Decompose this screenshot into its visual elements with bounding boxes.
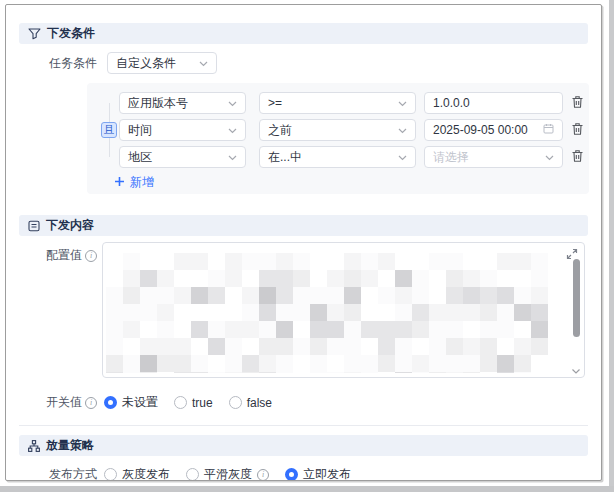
window-edge-bottom: [0, 486, 614, 492]
chevron-down-icon: [199, 56, 208, 70]
condition-value-select[interactable]: 请选择: [424, 146, 563, 168]
config-value-row: 配置值 i: [19, 242, 588, 378]
scroll-down-icon[interactable]: [572, 369, 580, 374]
document-icon: [28, 220, 40, 232]
config-form-card: 下发条件 任务条件 自定义条件 且 应用版本号 >= 1.0.0.0: [5, 4, 602, 481]
info-icon[interactable]: i: [257, 469, 269, 481]
publish-method-label: 发布方式: [19, 466, 97, 481]
radio-option-gray-release[interactable]: 灰度发布: [104, 466, 170, 481]
condition-datetime-text: 2025-09-05 00:00: [433, 123, 528, 137]
chevron-down-icon: [398, 150, 407, 164]
condition-operator-value: >=: [268, 96, 282, 110]
radio-option-true[interactable]: true: [174, 396, 213, 410]
section-title: 下发条件: [47, 25, 95, 42]
condition-operator-select[interactable]: 在...中: [259, 146, 416, 168]
conditions-panel: 且 应用版本号 >= 1.0.0.0 时间 之前: [87, 83, 589, 194]
radio-option-false[interactable]: false: [229, 396, 272, 410]
condition-field-select[interactable]: 应用版本号: [119, 92, 246, 114]
condition-datetime-input[interactable]: 2025-09-05 00:00: [424, 119, 563, 141]
trash-icon: [571, 95, 584, 112]
publish-method-row: 发布方式 灰度发布 平滑灰度 i 立即发布: [19, 466, 588, 481]
radio-icon: [174, 396, 187, 409]
condition-row: 应用版本号 >= 1.0.0.0: [119, 92, 589, 114]
task-condition-value: 自定义条件: [116, 55, 176, 72]
chevron-down-icon: [228, 123, 237, 137]
delete-condition-button[interactable]: [570, 148, 585, 167]
condition-field-select[interactable]: 时间: [119, 119, 246, 141]
config-value-textarea[interactable]: [102, 242, 585, 378]
delete-condition-button[interactable]: [570, 94, 585, 113]
section-title: 下发内容: [46, 217, 94, 234]
condition-value-placeholder: 请选择: [433, 149, 469, 166]
trash-icon: [571, 149, 584, 166]
section-header-content: 下发内容: [19, 215, 588, 236]
radio-option-smooth-gray[interactable]: 平滑灰度 i: [186, 466, 269, 481]
radio-icon: [104, 396, 117, 409]
chevron-down-icon: [228, 150, 237, 164]
plus-icon: [114, 176, 125, 190]
calendar-icon: [543, 123, 554, 137]
switch-value-row: 开关值 i 未设置 true false: [19, 394, 588, 411]
info-icon[interactable]: i: [85, 250, 97, 262]
condition-field-select[interactable]: 地区: [119, 146, 246, 168]
condition-row: 时间 之前 2025-09-05 00:00: [119, 119, 589, 141]
window-edge-right: [609, 0, 614, 492]
condition-value-text: 1.0.0.0: [433, 96, 470, 110]
trash-icon: [571, 122, 584, 139]
condition-operator-value: 在...中: [268, 149, 302, 166]
radio-icon: [104, 468, 117, 481]
publish-radio-group: 灰度发布 平滑灰度 i 立即发布: [104, 466, 367, 481]
section-title: 放量策略: [46, 437, 94, 454]
radio-icon: [285, 468, 298, 481]
condition-operator-value: 之前: [268, 122, 292, 139]
delete-condition-button[interactable]: [570, 121, 585, 140]
radio-icon: [229, 396, 242, 409]
logic-and-badge[interactable]: 且: [101, 122, 117, 138]
task-condition-row: 任务条件 自定义条件: [19, 52, 588, 74]
chevron-down-icon: [228, 96, 237, 110]
radio-option-immediate-release[interactable]: 立即发布: [285, 466, 351, 481]
chevron-down-icon: [545, 150, 554, 164]
task-condition-label: 任务条件: [19, 55, 97, 72]
condition-value-input[interactable]: 1.0.0.0: [424, 92, 563, 114]
task-condition-select[interactable]: 自定义条件: [107, 52, 217, 74]
condition-field-value: 地区: [128, 149, 152, 166]
switch-value-label: 开关值: [46, 394, 82, 411]
section-header-rollout: 放量策略: [19, 435, 588, 456]
redacted-config-content: [106, 253, 564, 373]
funnel-icon: [28, 28, 41, 40]
condition-operator-select[interactable]: 之前: [259, 119, 416, 141]
add-condition-button[interactable]: 新增: [114, 174, 589, 191]
scrollbar-thumb[interactable]: [573, 259, 580, 337]
chevron-down-icon: [398, 96, 407, 110]
condition-field-value: 应用版本号: [128, 95, 188, 112]
section-divider: [19, 425, 588, 426]
radio-icon: [186, 468, 199, 481]
radio-option-unset[interactable]: 未设置: [104, 394, 158, 411]
config-value-label: 配置值: [46, 247, 82, 264]
condition-row: 地区 在...中 请选择: [119, 146, 589, 168]
chevron-down-icon: [398, 123, 407, 137]
switch-radio-group: 未设置 true false: [104, 394, 288, 411]
condition-field-value: 时间: [128, 122, 152, 139]
section-header-conditions: 下发条件: [19, 23, 588, 44]
add-condition-label: 新增: [130, 174, 154, 191]
sitemap-icon: [28, 440, 40, 452]
info-icon[interactable]: i: [85, 397, 97, 409]
condition-operator-select[interactable]: >=: [259, 92, 416, 114]
